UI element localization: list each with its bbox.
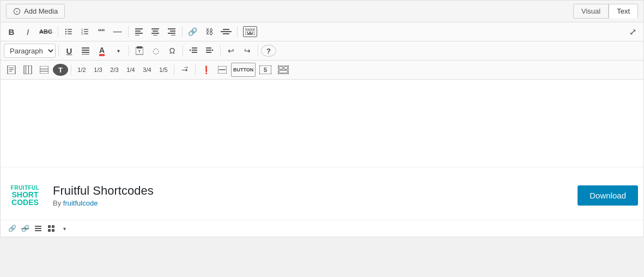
widget-icon — [278, 65, 289, 74]
editor-content-area[interactable] — [1, 80, 643, 167]
svg-rect-17 — [135, 35, 139, 35]
separator-11 — [174, 64, 174, 75]
two-thirds-button[interactable]: 2/3 — [107, 63, 122, 77]
link-button[interactable]: 🔗 — [185, 25, 201, 39]
separator-2 — [128, 26, 129, 37]
svg-rect-25 — [171, 35, 175, 35]
svg-rect-3 — [68, 29, 72, 30]
quarter-button[interactable]: 1/4 — [123, 63, 138, 77]
divider-icon — [218, 66, 227, 74]
redo-button[interactable]: ↪ — [240, 44, 255, 58]
t-icon-button[interactable]: T — [53, 64, 68, 76]
justify-button[interactable] — [78, 44, 93, 58]
arrow-button[interactable]: →⃗ — [177, 63, 192, 77]
svg-rect-76 — [52, 225, 54, 228]
svg-rect-46 — [192, 47, 197, 49]
more-button[interactable] — [218, 25, 234, 39]
svg-text:+: + — [16, 9, 19, 14]
separator-5 — [58, 45, 59, 56]
lines-button[interactable] — [37, 63, 52, 77]
align-center-button[interactable] — [148, 25, 163, 39]
by-label: By — [53, 199, 61, 207]
strikethrough-button[interactable]: ABC — [37, 25, 55, 39]
paste-as-text-button[interactable]: T — [132, 44, 147, 58]
add-media-button[interactable]: + Add Media — [6, 4, 65, 19]
svg-rect-14 — [135, 28, 143, 29]
logo-fruitful-text: FRUITFUL — [11, 185, 40, 191]
fullscreen-button[interactable]: ⤢ — [625, 25, 640, 39]
visual-tab[interactable]: Visual — [573, 4, 609, 19]
separator-9 — [258, 45, 258, 56]
ul-icon — [65, 28, 72, 35]
svg-rect-24 — [168, 33, 175, 34]
logo-codes-text: CODES — [11, 198, 39, 206]
hr-button[interactable]: — — [110, 25, 125, 39]
plugin-title: Fruitful Shortcodes — [53, 184, 154, 198]
special-char-button[interactable]: Ω — [165, 44, 180, 58]
btn-shortcode-button[interactable]: BUTTON — [231, 63, 256, 77]
svg-rect-18 — [151, 28, 159, 29]
three-quarters-button[interactable]: 3/4 — [139, 63, 155, 77]
svg-rect-28 — [223, 33, 229, 34]
counter-button[interactable]: 5 — [257, 63, 274, 77]
page-button[interactable] — [4, 63, 19, 77]
underline-button[interactable]: U — [62, 44, 77, 58]
outdent-button[interactable] — [186, 44, 201, 58]
svg-rect-42 — [82, 54, 89, 55]
paragraph-select[interactable]: Paragraph — [4, 44, 56, 58]
svg-rect-30 — [246, 29, 247, 31]
third-button[interactable]: 1/3 — [90, 63, 106, 77]
svg-text:3.: 3. — [81, 32, 83, 35]
toolbar-row-3: T 1/2 1/3 2/3 1/4 3/4 1/5 →⃗ ❗ BUTTON 5 — [1, 61, 643, 80]
plugin-author-link[interactable]: fruitfulcode — [63, 199, 98, 207]
text-color-button[interactable]: A — [94, 44, 110, 58]
svg-rect-63 — [40, 71, 48, 71]
indent-button[interactable] — [202, 44, 217, 58]
cols-icon-button[interactable] — [20, 63, 35, 77]
color-dropdown-button[interactable]: ▾ — [111, 44, 126, 58]
download-button[interactable]: Download — [578, 185, 638, 206]
unlink-button[interactable]: ⛓ — [202, 25, 217, 39]
clear-format-button[interactable]: ◌ — [148, 44, 163, 58]
undo-button[interactable]: ↩ — [223, 44, 239, 58]
svg-rect-22 — [168, 28, 175, 29]
text-tab[interactable]: Text — [609, 4, 638, 19]
svg-rect-61 — [40, 66, 48, 74]
svg-rect-36 — [249, 32, 251, 33]
svg-rect-37 — [252, 32, 253, 33]
svg-text:T: T — [138, 50, 141, 53]
help-button[interactable]: ? — [261, 45, 276, 57]
blockquote-button[interactable]: ““ — [94, 25, 109, 39]
bold-button[interactable]: B — [4, 25, 19, 39]
divider-button[interactable] — [215, 63, 230, 77]
separator-10 — [71, 64, 71, 75]
italic-button[interactable]: I — [20, 25, 35, 39]
mini-grid-button[interactable] — [45, 222, 57, 234]
half-button[interactable]: 1/2 — [74, 63, 89, 77]
svg-rect-5 — [68, 31, 72, 32]
alert-button[interactable]: ❗ — [198, 63, 214, 77]
ordered-list-button[interactable]: 1. 2. 3. — [77, 25, 93, 39]
keyboard-shortcuts-button[interactable] — [240, 25, 260, 39]
fifth-button[interactable]: 1/5 — [156, 63, 171, 77]
align-right-button[interactable] — [164, 25, 179, 39]
align-left-button[interactable] — [131, 25, 147, 39]
widget-button[interactable] — [275, 63, 291, 77]
unordered-list-button[interactable] — [61, 25, 76, 39]
svg-rect-52 — [206, 52, 211, 53]
svg-rect-50 — [206, 47, 211, 49]
svg-rect-70 — [284, 67, 288, 69]
mini-dropdown-button[interactable]: ▾ — [58, 222, 70, 234]
plugin-byline: By fruitfulcode — [53, 199, 154, 207]
mini-list-button[interactable] — [32, 222, 44, 234]
page-icon — [7, 65, 16, 74]
add-media-label: Add Media — [24, 7, 58, 15]
svg-rect-72 — [35, 226, 41, 227]
mini-link-button[interactable]: 🔗 — [6, 222, 18, 234]
plugin-text-info: Fruitful Shortcodes By fruitfulcode — [53, 184, 154, 207]
svg-rect-35 — [247, 32, 248, 33]
mini-unlink-button[interactable]: 🔗 — [19, 222, 31, 234]
cols-icon — [23, 65, 32, 74]
svg-rect-19 — [153, 31, 158, 32]
separator-7 — [183, 45, 183, 56]
